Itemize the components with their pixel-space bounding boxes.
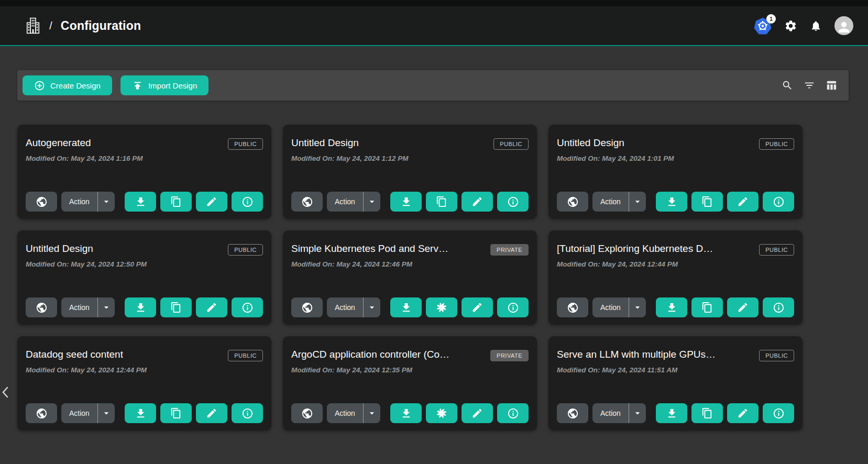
chevron-down-icon[interactable] — [363, 297, 380, 317]
search-icon[interactable] — [782, 80, 793, 91]
action-button-label[interactable]: Action — [61, 297, 97, 317]
modified-on-text: Modified On: May 24, 2024 1:12 PM — [291, 154, 529, 162]
kubernetes-context-button[interactable]: 1 — [754, 17, 772, 35]
action-split-button[interactable]: Action — [592, 297, 646, 317]
action-split-button[interactable]: Action — [592, 403, 646, 423]
info-button[interactable] — [232, 403, 263, 423]
edit-button[interactable] — [462, 297, 493, 317]
download-button[interactable] — [390, 297, 422, 317]
edit-button[interactable] — [727, 403, 759, 423]
chevron-down-icon[interactable] — [363, 192, 380, 212]
copy-icon — [701, 407, 713, 419]
action-button-label[interactable]: Action — [592, 297, 629, 317]
visibility-toggle-button[interactable] — [557, 297, 588, 317]
info-button[interactable] — [232, 297, 263, 317]
action-button-label[interactable]: Action — [592, 192, 629, 212]
notifications-bell-icon[interactable] — [810, 20, 822, 32]
chevron-down-icon[interactable] — [97, 403, 115, 423]
chevron-down-icon[interactable] — [97, 297, 115, 317]
download-button[interactable] — [125, 403, 156, 423]
info-button[interactable] — [763, 403, 794, 423]
card-actions-row: Action — [557, 297, 794, 317]
edit-button[interactable] — [196, 297, 227, 317]
visibility-badge: PUBLIC — [493, 138, 529, 150]
action-button-label[interactable]: Action — [592, 403, 629, 423]
info-button[interactable] — [497, 297, 529, 317]
chevron-down-icon[interactable] — [629, 192, 646, 212]
chevron-down-icon[interactable] — [629, 297, 646, 317]
action-button-label[interactable]: Action — [327, 192, 363, 212]
design-title: Simple Kubernetes Pod and Serv… — [291, 243, 448, 255]
modified-on-text: Modified On: May 24, 2024 11:51 AM — [557, 366, 794, 374]
card-actions-row: Action — [291, 297, 529, 317]
clone-button[interactable] — [691, 192, 723, 212]
download-button[interactable] — [656, 403, 687, 423]
download-button[interactable] — [390, 403, 422, 423]
user-avatar[interactable] — [834, 16, 853, 35]
clone-button[interactable] — [160, 192, 192, 212]
clone-button[interactable] — [691, 403, 723, 423]
clone-button[interactable] — [160, 403, 192, 423]
action-split-button[interactable]: Action — [61, 297, 115, 317]
visibility-toggle-button[interactable] — [26, 192, 57, 212]
globe-icon — [567, 407, 579, 419]
download-icon — [666, 407, 678, 419]
chevron-down-icon[interactable] — [97, 192, 115, 212]
clone-button[interactable] — [426, 192, 457, 212]
info-button[interactable] — [497, 403, 529, 423]
card-actions-row: Action — [291, 192, 529, 212]
visibility-toggle-button[interactable] — [557, 192, 588, 212]
table-view-icon[interactable] — [826, 80, 837, 91]
action-button-label[interactable]: Action — [61, 403, 97, 423]
card-actions-row: Action — [26, 297, 263, 317]
settings-gear-icon[interactable] — [784, 19, 797, 32]
visibility-toggle-button[interactable] — [26, 297, 57, 317]
chevron-down-icon[interactable] — [629, 403, 646, 423]
design-title: Untitled Design — [291, 137, 359, 149]
clone-button[interactable] — [691, 297, 723, 317]
info-icon — [507, 407, 519, 419]
visibility-toggle-button[interactable] — [557, 403, 588, 423]
create-design-button[interactable]: Create Design — [23, 75, 112, 95]
info-button[interactable] — [763, 192, 794, 212]
edit-button[interactable] — [196, 403, 227, 423]
download-button[interactable] — [656, 297, 687, 317]
card-actions-row: Action — [291, 403, 529, 423]
action-button-label[interactable]: Action — [327, 297, 363, 317]
visibility-toggle-button[interactable] — [291, 192, 323, 212]
clone-button[interactable] — [160, 297, 192, 317]
info-button[interactable] — [497, 192, 529, 212]
download-button[interactable] — [125, 192, 156, 212]
visibility-toggle-button[interactable] — [291, 297, 323, 317]
filter-icon[interactable] — [804, 80, 815, 91]
edit-button[interactable] — [727, 297, 759, 317]
edit-button[interactable] — [196, 192, 227, 212]
modified-on-text: Modified On: May 24, 2024 1:01 PM — [557, 154, 794, 162]
action-button-label[interactable]: Action — [327, 403, 363, 423]
action-split-button[interactable]: Action — [327, 403, 380, 423]
info-button[interactable] — [763, 297, 794, 317]
action-split-button[interactable]: Action — [327, 297, 380, 317]
action-split-button[interactable]: Action — [592, 192, 646, 212]
open-in-designer-button[interactable] — [426, 403, 457, 423]
edit-button[interactable] — [462, 192, 493, 212]
design-card: Simple Kubernetes Pod and Serv… PRIVATE … — [283, 230, 537, 325]
action-button-label[interactable]: Action — [61, 192, 97, 212]
action-split-button[interactable]: Action — [327, 192, 380, 212]
pencil-icon — [206, 302, 217, 313]
edit-button[interactable] — [727, 192, 759, 212]
action-split-button[interactable]: Action — [61, 192, 115, 212]
download-button[interactable] — [656, 192, 687, 212]
import-design-button[interactable]: Import Design — [120, 75, 208, 95]
collapse-sidebar-chevron-icon[interactable] — [1, 385, 9, 399]
edit-button[interactable] — [462, 403, 493, 423]
open-in-designer-button[interactable] — [426, 297, 457, 317]
chevron-down-icon[interactable] — [363, 403, 380, 423]
action-split-button[interactable]: Action — [61, 403, 115, 423]
visibility-toggle-button[interactable] — [26, 403, 57, 423]
download-button[interactable] — [390, 192, 422, 212]
info-button[interactable] — [232, 192, 263, 212]
download-button[interactable] — [125, 297, 156, 317]
organization-building-icon[interactable] — [25, 17, 41, 35]
visibility-toggle-button[interactable] — [291, 403, 323, 423]
